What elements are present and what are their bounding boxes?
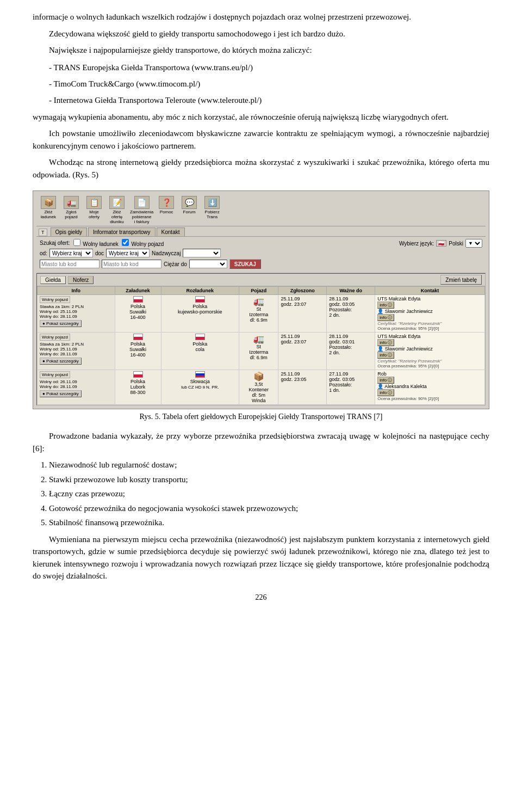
row2-show-details[interactable]: ● Pokaż szczegóły [40, 358, 82, 365]
search-button[interactable]: SZUKAJ [229, 259, 261, 269]
row2-reported: 25.11.09godz. 23:07 [278, 333, 327, 370]
to-city-input[interactable] [102, 260, 161, 268]
row2-valid: 28.11.09godz. 03:01Pozostało:2 dn. [327, 333, 375, 370]
toolbar-label-0: Złóżładunek [41, 210, 56, 219]
row2-info: Wolny pojazd Stawka za 1km: 2 PLNWolny o… [38, 333, 115, 370]
toolbar-label-4: Zamówieniapobieranei faktury [130, 210, 153, 224]
row1-load-region: Suwałki16-400 [117, 309, 159, 320]
row1-info-btn[interactable]: info ⓘ [377, 302, 394, 309]
row3-vehicle: 📦 3,5tKontenerdl: 5mWinda [239, 370, 278, 405]
app-toolbar: 📦 Złóżładunek 🚛 Zgłośpojazd 📋 Mojeoferty… [36, 194, 486, 226]
toolbar-icon-2: 📋 [86, 196, 102, 209]
col-wazne-do: Ważne do [327, 287, 375, 295]
toolbar-btn-4[interactable]: 📄 Zamówieniapobieranei faktury [130, 196, 153, 224]
row1-load-flag [133, 296, 143, 303]
row2-load-region: Suwałki16-400 [117, 347, 159, 358]
toolbar-btn-2[interactable]: 📋 Mojeoferty [84, 196, 104, 219]
toolbar-icon-4: 📄 [134, 196, 150, 209]
search-form: Szukaj ofert: Wolny ładunek Wolny pojazd… [40, 239, 395, 270]
to-country-select[interactable]: Wybierz kraj [106, 249, 150, 257]
checkbox-wolny-pojazd[interactable]: Wolny pojazd [121, 239, 164, 247]
table-row: Wolny pojazd Stawka za 1km: 2 PLNWolny o… [38, 295, 485, 333]
row3-show-details[interactable]: ● Pokaż szczegóły [40, 390, 82, 397]
tab-kontakt-label: Kontakt [161, 229, 180, 235]
row2-load-flag [133, 334, 143, 340]
row2-contact: UTS Małczak Edyta info ⓘ 👤 Sławomir Jach… [375, 333, 485, 370]
tab-kontakt[interactable]: Kontakt [157, 227, 185, 236]
toolbar-label-7: PobierzTrans [205, 210, 220, 219]
toolbar-icon-0: 📦 [41, 196, 56, 209]
tab-opis-gieldy[interactable]: Opis giełdy [51, 227, 87, 236]
lang-bar: Wybierz język: 🇵🇱 Polski ▼ [399, 239, 482, 248]
toolbar-btn-1[interactable]: 🚛 Zgłośpojazd [61, 196, 81, 219]
toolbar-icon-7: ⬇️ [204, 196, 220, 209]
row1-unload-region: kujewsko-pomorskie [164, 309, 237, 315]
row1-unload-flag [195, 296, 205, 303]
lang-label: Polski [449, 241, 463, 247]
toolbar-btn-3[interactable]: 📝 Złóżofertędłuniku [107, 196, 127, 224]
toolbar-btn-0[interactable]: 📦 Złóżładunek [39, 196, 58, 219]
tab-noferz[interactable]: Noferz [68, 276, 94, 284]
table-toolbar: Giełda Noferz Zmień tabelę [37, 274, 485, 286]
row1-show-details[interactable]: ● Pokaż szczegóły [40, 320, 82, 327]
row1-certified: Certyfikat: "Rzetelny Przewoźnik" [377, 321, 482, 326]
row2-vehicle: 🚛 StIzotermadl: 6.9m [239, 333, 278, 370]
nadzwyczaj-label: Nadzwyczaj [152, 250, 181, 256]
row1-contact: UTS Małczak Edyta info ⓘ 👤 Sławomir Jach… [375, 295, 485, 333]
toolbar-label-3: Złóżofertędłuniku [110, 210, 123, 224]
nadzwyczaj-select[interactable] [183, 249, 221, 257]
row2-load-country: Polska [117, 341, 159, 347]
row3-unload-country: Słowacjalub CZ HD Ił N. PR. [164, 379, 237, 390]
row3-type: Wolny pojazd [40, 371, 70, 378]
row3-contact: Rob info ⓘ 👤 Aleksandra Kalekta info ⓘ O… [375, 370, 485, 405]
row2-info-btn[interactable]: info ⓘ [377, 339, 394, 346]
row2-type: Wolny pojazd [40, 334, 70, 341]
col-info: Info [38, 287, 115, 295]
para-2: Zdecydowana większość giełd to giełdy tr… [33, 28, 489, 40]
doc-label: doc [95, 250, 104, 256]
row3-unload: Słowacjalub CZ HD Ił N. PR. [161, 370, 239, 405]
row2-company: UTS Małczak Edyta [377, 334, 482, 339]
row2-load: Polska Suwałki16-400 [115, 333, 161, 370]
row1-info-btn2[interactable]: info ⓘ [377, 314, 394, 321]
toolbar-icon-6: 💬 [182, 196, 197, 209]
checkbox-wolny-ladunek[interactable]: Wolny ładunek [72, 239, 119, 247]
list-item-1: Niezawodność lub regularność dostaw; [49, 459, 489, 471]
toolbar-icon-1: 🚛 [64, 196, 79, 209]
ciezar-select[interactable] [189, 260, 227, 268]
row1-vehicle-icon: 🚛 [241, 296, 276, 306]
toolbar-btn-5[interactable]: ❓ Pomoc [157, 196, 176, 214]
trans-logo: T [39, 229, 47, 236]
checkbox-wolny-ladunek-input[interactable] [73, 239, 80, 246]
tab-informator-label: Informator transportowy [93, 229, 151, 235]
bullet-1: - TRANS Europejska Giełda Transportowa (… [49, 61, 489, 74]
toolbar-icon-5: ❓ [159, 196, 174, 209]
para-after-1: Prowadzone badania wykazały, że przy wyb… [33, 430, 489, 454]
row1-person: 👤 Sławomir Jachniewicz [377, 309, 482, 314]
row3-info-text: Wolny od: 26.11.09Wolny do: 28.11.09 [40, 379, 113, 389]
from-country-select[interactable]: Wybierz kraj [49, 249, 93, 257]
lang-select[interactable]: ▼ [465, 239, 482, 248]
bullet-list: - TRANS Europejska Giełda Transportowa (… [33, 61, 489, 107]
para-3: Największe i najpopularniejsze giełdy tr… [33, 44, 489, 57]
row2-rating: Ocena przewoźnika: 95% [2]/[0] [377, 364, 482, 368]
row1-rating: Ocena przewoźnika: 95% [2]/[0] [377, 326, 482, 331]
toolbar-btn-6[interactable]: 💬 Forum [179, 196, 199, 214]
from-city-input[interactable] [40, 260, 100, 268]
toolbar-label-5: Pomoc [160, 210, 173, 214]
para-6: Wchodząc na stronę internetową giełdy pr… [33, 156, 489, 181]
row3-info-btn2[interactable]: info ⓘ [377, 389, 394, 396]
checkbox-wolny-pojazd-input[interactable] [122, 239, 129, 246]
zmien-tabele-btn[interactable]: Zmień tabelę [440, 275, 482, 285]
tab-gielda[interactable]: Giełda [40, 276, 66, 284]
tab-informator[interactable]: Informator transportowy [88, 227, 156, 236]
para-4: wymagają wykupienia abonamentu, aby móc … [33, 111, 489, 124]
row3-info-btn[interactable]: info ⓘ [377, 377, 394, 384]
row2-info-btn2[interactable]: info ⓘ [377, 352, 394, 359]
screenshot: 📦 Złóżładunek 🚛 Zgłośpojazd 📋 Mojeoferty… [33, 190, 489, 409]
od-label: od: [40, 250, 47, 256]
row1-info: Wolny pojazd Stawka za 1km: 2 PLNWolny o… [38, 295, 115, 333]
toolbar-btn-7[interactable]: ⬇️ PobierzTrans [202, 196, 222, 219]
col-rozladunek: Rozładunek [161, 287, 239, 295]
row2-unload-flag [195, 334, 205, 340]
